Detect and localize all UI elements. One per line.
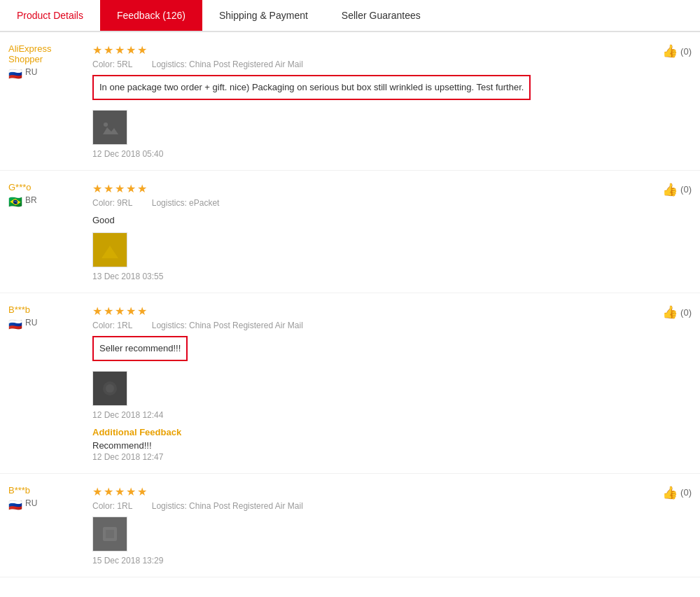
flag-icon: 🇷🇺 [8,67,22,77]
thumbs-up-icon: 👍 [662,43,678,59]
review-text: Seller recommend!!! [92,336,188,361]
star-4: ★ [126,43,136,57]
reviewer-name: B***b [8,485,30,496]
logistics-info: Logistics: China Post Registered Air Mai… [152,501,312,511]
star-rating: ★ ★ ★ ★ ★ [92,304,692,318]
color-info: Color: 1RL [92,501,141,511]
thumbs-up-icon: 👍 [662,182,678,197]
review-content: ★ ★ ★ ★ ★ Color: 1RL Logistics: China Po… [85,485,692,566]
svg-rect-0 [97,115,122,140]
reviewer-name: B***b [8,304,30,315]
like-count: (0) [680,184,692,195]
svg-rect-8 [106,530,114,538]
reviewer-country: 🇷🇺 RU [8,67,37,77]
review-text: Good [92,213,692,227]
star-3: ★ [115,304,125,318]
like-count: (0) [680,307,692,318]
review-date: 13 Dec 2018 03:55 [92,272,692,281]
reviewer-info: B***b 🇷🇺 RU [8,485,85,566]
tab-seller-guarantees[interactable]: Seller Guarantees [325,0,438,31]
reviewer-country: 🇧🇷 BR [8,195,37,205]
star-2: ★ [104,485,113,498]
review-content: ★ ★ ★ ★ ★ Color: 1RL Logistics: China Po… [85,304,692,462]
additional-feedback-text: Recommend!!! [92,440,692,451]
like-button[interactable]: 👍 (0) [662,304,692,320]
like-count: (0) [680,487,692,498]
review-date: 15 Dec 2018 13:29 [92,556,692,566]
review-item: B***b 🇷🇺 RU ★ ★ ★ ★ ★ Color: 1RL Logisti… [0,474,700,577]
star-1: ★ [92,43,102,57]
star-rating: ★ ★ ★ ★ ★ [92,485,692,498]
tab-shipping-payment[interactable]: Shipping & Payment [202,0,325,31]
reviewer-info: B***b 🇷🇺 RU [8,304,85,462]
review-content: ★ ★ ★ ★ ★ Color: 5RL Logistics: China Po… [85,43,692,159]
star-1: ★ [92,304,102,318]
tab-bar: Product Details Feedback (126) Shipping … [0,0,700,32]
logistics-info: Logistics: ePacket [152,198,228,208]
star-1: ★ [92,485,102,498]
review-date: 12 Dec 2018 12:44 [92,410,692,420]
star-5: ★ [137,43,147,57]
review-content: ★ ★ ★ ★ ★ Color: 9RL Logistics: ePacket … [85,182,692,282]
reviewer-info: AliExpress Shopper 🇷🇺 RU [8,43,85,159]
review-image[interactable] [92,517,127,552]
star-4: ★ [126,485,136,498]
review-item: B***b 🇷🇺 RU ★ ★ ★ ★ ★ Color: 1RL Logisti… [0,293,700,474]
star-4: ★ [126,304,136,318]
additional-feedback: Additional Feedback Recommend!!! 12 Dec … [92,427,692,462]
thumbs-up-icon: 👍 [662,485,678,500]
star-3: ★ [115,485,125,498]
star-4: ★ [126,182,136,195]
reviewer-country: 🇷🇺 RU [8,318,37,328]
review-item: AliExpress Shopper 🇷🇺 RU ★ ★ ★ ★ ★ Color… [0,32,700,171]
star-3: ★ [115,43,125,57]
logistics-info: Logistics: China Post Registered Air Mai… [152,321,312,330]
logistics-info: Logistics: China Post Registered Air Mai… [152,59,312,69]
additional-feedback-label: Additional Feedback [92,427,692,437]
country-code: BR [25,195,37,205]
color-info: Color: 1RL [92,321,141,330]
color-info: Color: 5RL [92,59,141,69]
star-3: ★ [115,182,125,195]
star-1: ★ [92,182,102,195]
thumbs-up-icon: 👍 [662,304,678,320]
svg-point-1 [104,122,108,127]
review-meta: Color: 1RL Logistics: China Post Registe… [92,321,692,330]
review-meta: Color: 5RL Logistics: China Post Registe… [92,59,692,69]
review-date: 12 Dec 2018 05:40 [92,149,692,159]
flag-icon: 🇧🇷 [8,195,22,205]
reviewer-name: AliExpress Shopper [8,43,85,64]
review-image[interactable] [92,371,127,406]
reviewer-name: G***o [8,182,31,192]
color-info: Color: 9RL [92,198,141,208]
country-code: RU [25,318,37,328]
like-button[interactable]: 👍 (0) [662,43,692,59]
like-button[interactable]: 👍 (0) [662,182,692,197]
star-rating: ★ ★ ★ ★ ★ [92,182,692,195]
tab-feedback[interactable]: Feedback (126) [100,0,202,31]
star-rating: ★ ★ ★ ★ ★ [92,43,692,57]
additional-feedback-date: 12 Dec 2018 12:47 [92,452,692,462]
review-item: G***o 🇧🇷 BR ★ ★ ★ ★ ★ Color: 9RL Logisti… [0,171,700,294]
tab-product-details[interactable]: Product Details [0,0,100,31]
star-5: ★ [137,485,147,498]
review-image[interactable] [92,110,127,145]
reviews-list: AliExpress Shopper 🇷🇺 RU ★ ★ ★ ★ ★ Color… [0,32,700,577]
reviewer-country: 🇷🇺 RU [8,498,37,508]
star-2: ★ [104,43,113,57]
like-count: (0) [680,46,692,57]
flag-icon: 🇷🇺 [8,498,22,508]
star-5: ★ [137,304,147,318]
reviewer-info: G***o 🇧🇷 BR [8,182,85,282]
like-button[interactable]: 👍 (0) [662,485,692,500]
star-2: ★ [104,182,113,195]
country-code: RU [25,498,37,508]
country-code: RU [25,67,37,77]
review-meta: Color: 9RL Logistics: ePacket [92,198,692,208]
svg-point-5 [106,384,114,393]
review-image[interactable] [92,232,127,267]
review-meta: Color: 1RL Logistics: China Post Registe… [92,501,692,511]
review-text: In one package two order + gift. nice) P… [92,75,531,100]
star-2: ★ [104,304,113,318]
flag-icon: 🇷🇺 [8,318,22,328]
